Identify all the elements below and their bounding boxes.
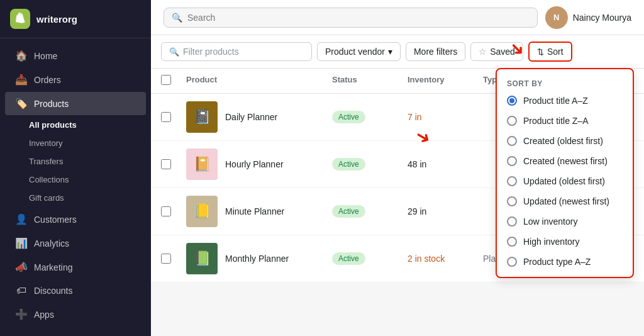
product-name: Minute Planner [225, 206, 284, 216]
apps-icon: ➕ [15, 308, 28, 320]
status-cell: Active [332, 158, 408, 171]
inventory-cell: 7 in [408, 112, 483, 122]
product-cell: 📗 Monthly Planner [186, 243, 332, 274]
inventory-value: 7 in [408, 112, 422, 122]
filter-search-icon: 🔍 [169, 47, 179, 57]
saved-label: Saved [490, 47, 515, 57]
row-checkbox-cell [161, 206, 186, 216]
discounts-icon: 🏷 [15, 285, 28, 296]
analytics-icon: 📊 [15, 237, 28, 249]
vendor-filter-button[interactable]: Product vendor ▾ [317, 42, 401, 61]
product-cell: 📒 Minute Planner [186, 196, 332, 227]
select-all-checkbox[interactable] [161, 75, 171, 85]
sort-option-created-newest[interactable]: Created (newest first) [497, 151, 633, 171]
sort-dropdown-title: Sort by [497, 74, 633, 91]
main-content: 🔍 N Naincy Mourya 🔍 Filter products Prod… [151, 0, 644, 336]
sidebar-item-home[interactable]: 🏠 Home [5, 44, 146, 67]
row-checkbox[interactable] [161, 112, 171, 122]
saved-button[interactable]: ☆ Saved [470, 42, 523, 61]
submenu-gift-cards[interactable]: Gift cards [29, 189, 151, 207]
search-input[interactable] [187, 13, 530, 23]
sort-option-label: Created (oldest first) [523, 136, 603, 146]
sort-option-low-inventory[interactable]: Low inventory [497, 211, 633, 232]
header-product: Product [186, 75, 332, 87]
customers-icon: 👤 [15, 213, 28, 225]
sidebar-item-apps-label: Apps [34, 310, 54, 320]
row-checkbox-cell [161, 254, 186, 264]
sort-option-created-oldest[interactable]: Created (oldest first) [497, 131, 633, 151]
products-submenu: All products Inventory Transfers Collect… [0, 116, 151, 207]
sidebar-item-marketing[interactable]: 📣 Marketing [5, 255, 146, 279]
product-name: Daily Planner [225, 112, 277, 122]
sidebar-item-discounts-label: Discounts [34, 286, 72, 296]
row-checkbox[interactable] [161, 254, 171, 264]
sidebar-item-products[interactable]: 🏷️ Products [5, 92, 146, 115]
user-name: Naincy Mourya [573, 13, 631, 23]
sort-option-label: Low inventory [523, 216, 577, 227]
topbar: 🔍 N Naincy Mourya [151, 0, 644, 35]
marketing-icon: 📣 [15, 261, 28, 273]
sidebar-item-customers[interactable]: 👤 Customers [5, 208, 146, 231]
sort-option-updated-newest[interactable]: Updated (newest first) [497, 191, 633, 211]
header-inventory: Inventory [408, 75, 483, 87]
radio-high-inventory [507, 237, 517, 247]
sort-button[interactable]: ⇅ Sort [528, 42, 572, 62]
submenu-all-products[interactable]: All products [29, 116, 151, 134]
sort-option-title-za[interactable]: Product title Z–A [497, 111, 633, 131]
inventory-value: 29 in [408, 206, 426, 216]
sidebar-navigation: 🏠 Home 📥 Orders 🏷️ Products All products… [0, 38, 151, 336]
sort-option-high-inventory[interactable]: High inventory [497, 232, 633, 252]
sidebar-item-orders-label: Orders [34, 75, 61, 85]
product-cell: 📓 Daily Planner [186, 101, 332, 133]
products-icon: 🏷️ [15, 98, 28, 109]
status-cell: Active [332, 205, 408, 218]
sort-option-title-az[interactable]: Product title A–Z [497, 91, 633, 111]
inventory-cell: 2 in stock [408, 254, 483, 264]
row-checkbox[interactable] [161, 206, 171, 216]
submenu-inventory[interactable]: Inventory [29, 134, 151, 152]
store-name: writerorg [36, 14, 77, 25]
status-cell: Active [332, 111, 408, 123]
radio-type-az [507, 257, 517, 267]
sidebar-item-orders[interactable]: 📥 Orders [5, 68, 146, 91]
sort-option-label: Product title Z–A [523, 116, 589, 126]
row-checkbox-cell [161, 112, 186, 122]
submenu-collections[interactable]: Collections [29, 171, 151, 189]
row-checkbox[interactable] [161, 159, 171, 169]
page-content: 🔍 Filter products Product vendor ▾ More … [151, 35, 644, 336]
sort-option-label: Updated (oldest first) [523, 176, 605, 186]
sort-option-label: Created (newest first) [523, 156, 608, 166]
sidebar-item-discounts[interactable]: 🏷 Discounts [5, 279, 146, 302]
search-icon: 🔍 [172, 13, 182, 23]
inventory-value: 2 in stock [408, 254, 445, 264]
sort-option-type-az[interactable]: Product type A–Z [497, 252, 633, 272]
sidebar-item-analytics-label: Analytics [34, 238, 69, 249]
search-bar[interactable]: 🔍 [164, 8, 538, 28]
submenu-transfers[interactable]: Transfers [29, 152, 151, 171]
sort-option-label: Product type A–Z [523, 257, 591, 267]
sidebar-item-apps[interactable]: ➕ Apps [5, 303, 146, 326]
sort-option-label: High inventory [523, 237, 580, 247]
sidebar-logo[interactable]: writerorg [0, 0, 151, 38]
filter-input[interactable]: 🔍 Filter products [161, 42, 312, 61]
more-filters-button[interactable]: More filters [406, 42, 465, 61]
header-status: Status [332, 75, 408, 87]
header-checkbox-cell [161, 75, 186, 87]
product-thumbnail: 📓 [186, 101, 218, 133]
avatar: N [545, 6, 568, 29]
status-badge: Active [332, 158, 365, 171]
vendor-filter-label: Product vendor [325, 47, 385, 57]
shopify-icon [10, 9, 30, 29]
more-filters-label: More filters [414, 47, 457, 57]
status-badge: Active [332, 205, 365, 218]
product-cell: 📔 Hourly Planner [186, 148, 332, 180]
radio-title-az [507, 96, 517, 106]
sidebar-item-analytics[interactable]: 📊 Analytics [5, 232, 146, 255]
product-thumbnail: 📗 [186, 243, 218, 274]
sort-option-label: Product title A–Z [523, 96, 588, 106]
product-thumbnail: 📔 [186, 148, 218, 180]
sort-option-updated-oldest[interactable]: Updated (oldest first) [497, 171, 633, 191]
user-profile[interactable]: N Naincy Mourya [545, 6, 631, 29]
status-badge: Active [332, 252, 365, 265]
product-name: Monthly Planner [225, 254, 289, 264]
